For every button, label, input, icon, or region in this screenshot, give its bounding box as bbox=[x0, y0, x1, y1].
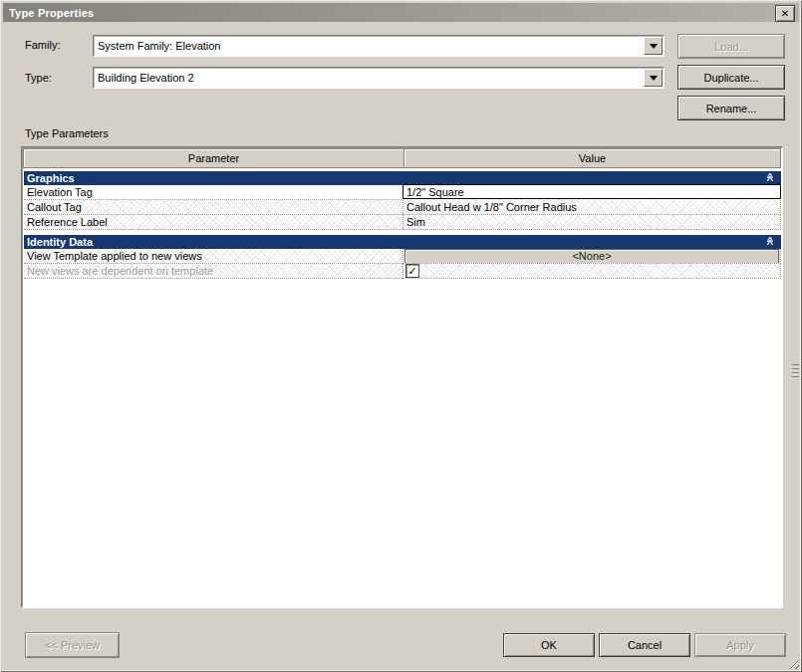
type-parameters-label: Type Parameters bbox=[25, 127, 109, 139]
parameter-name: View Template applied to new views bbox=[24, 249, 402, 264]
table-row[interactable]: New views are dependent on template ✓ bbox=[24, 264, 781, 279]
type-value: Building Elevation 2 bbox=[94, 72, 644, 84]
ok-button[interactable]: OK bbox=[503, 633, 595, 657]
rename-button[interactable]: Rename... bbox=[677, 96, 785, 120]
callout-tag-value[interactable]: Callout Head w 1/8" Corner Radius bbox=[402, 200, 781, 215]
family-value: System Family: Elevation bbox=[94, 40, 644, 52]
table-row[interactable]: Reference Label Sim bbox=[24, 215, 781, 230]
parameter-column-header[interactable]: Parameter bbox=[23, 148, 404, 168]
checkmark-icon: ✓ bbox=[407, 266, 416, 277]
family-dropdown[interactable]: System Family: Elevation bbox=[93, 35, 665, 57]
dependent-on-template-cell: ✓ bbox=[402, 264, 781, 279]
type-properties-dialog: Type Properties ✕ Family: System Family:… bbox=[0, 0, 802, 672]
section-header-graphics[interactable]: Graphics ≪ bbox=[24, 171, 781, 185]
preview-button[interactable]: << Preview bbox=[25, 632, 120, 658]
section-header-identity-data[interactable]: Identity Data ≪ bbox=[24, 235, 781, 249]
parameter-name: New views are dependent on template bbox=[24, 264, 402, 279]
table-row[interactable]: View Template applied to new views <None… bbox=[24, 249, 781, 264]
value-column-header[interactable]: Value bbox=[403, 148, 781, 168]
elevation-tag-value-input[interactable]: 1/2" Square bbox=[402, 184, 781, 199]
window-title: Type Properties bbox=[3, 7, 94, 19]
table-header: Parameter Value bbox=[23, 148, 781, 168]
table-row[interactable]: Callout Tag Callout Head w 1/8" Corner R… bbox=[24, 200, 781, 215]
collapse-chevron-icon[interactable]: ≪ bbox=[764, 236, 774, 245]
type-dropdown-button[interactable] bbox=[644, 69, 663, 87]
family-dropdown-button[interactable] bbox=[644, 37, 663, 55]
chevron-down-icon bbox=[650, 44, 658, 49]
view-template-cell: <None> bbox=[402, 249, 781, 264]
type-label: Type: bbox=[25, 72, 52, 84]
edge-splitter-grip[interactable] bbox=[792, 364, 799, 380]
parameter-name: Elevation Tag bbox=[24, 185, 402, 200]
close-icon: ✕ bbox=[781, 9, 789, 19]
close-button[interactable]: ✕ bbox=[775, 5, 795, 22]
apply-button[interactable]: Apply bbox=[694, 633, 786, 657]
reference-label-value[interactable]: Sim bbox=[402, 215, 781, 230]
view-template-none-button[interactable]: <None> bbox=[404, 249, 779, 264]
load-button[interactable]: Load... bbox=[677, 34, 785, 59]
cancel-button[interactable]: Cancel bbox=[599, 633, 690, 657]
parameters-table: Parameter Value Graphics ≪ Elevation Tag… bbox=[21, 146, 783, 608]
table-row[interactable]: Elevation Tag 1/2" Square bbox=[24, 185, 781, 200]
parameter-name: Reference Label bbox=[24, 215, 402, 230]
resize-grip[interactable] bbox=[787, 657, 799, 669]
titlebar[interactable]: Type Properties ✕ bbox=[3, 3, 799, 22]
family-label: Family: bbox=[25, 39, 60, 51]
dependent-checkbox[interactable]: ✓ bbox=[405, 264, 419, 278]
parameter-name: Callout Tag bbox=[24, 200, 402, 215]
chevron-down-icon bbox=[650, 76, 658, 81]
duplicate-button[interactable]: Duplicate... bbox=[677, 65, 785, 90]
type-dropdown[interactable]: Building Elevation 2 bbox=[93, 67, 665, 89]
collapse-chevron-icon[interactable]: ≪ bbox=[764, 172, 774, 181]
